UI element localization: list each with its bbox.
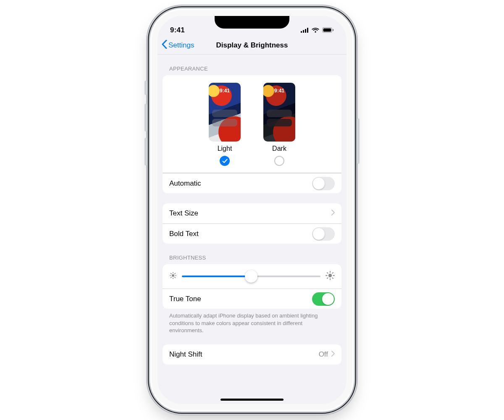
back-label: Settings bbox=[168, 41, 194, 50]
bold-text-row: Bold Text bbox=[163, 223, 341, 244]
phone-frame: 9:41 Settings Display & Br bbox=[152, 10, 352, 410]
svg-rect-2 bbox=[305, 29, 306, 33]
true-tone-label: True Tone bbox=[169, 295, 201, 303]
true-tone-note: Automatically adapt iPhone display based… bbox=[158, 309, 346, 334]
wifi-icon bbox=[312, 27, 319, 34]
svg-rect-0 bbox=[301, 31, 302, 33]
cellular-icon bbox=[301, 27, 309, 34]
text-group: Text Size Bold Text bbox=[163, 203, 341, 244]
svg-rect-3 bbox=[307, 28, 308, 33]
automatic-row: Automatic bbox=[163, 173, 341, 193]
appearance-group: 9:41 Light 9:41 bbox=[163, 75, 341, 193]
sun-max-icon bbox=[326, 271, 335, 282]
text-size-label: Text Size bbox=[169, 209, 198, 218]
light-preview: 9:41 bbox=[209, 83, 241, 142]
appearance-option-light[interactable]: 9:41 Light bbox=[209, 83, 241, 166]
text-size-row[interactable]: Text Size bbox=[163, 203, 341, 223]
automatic-label: Automatic bbox=[169, 179, 201, 188]
section-header-brightness: BRIGHTNESS bbox=[158, 244, 346, 264]
notch bbox=[215, 16, 289, 29]
brightness-group: True Tone bbox=[163, 264, 341, 309]
svg-rect-5 bbox=[323, 29, 331, 32]
volume-down-button[interactable] bbox=[144, 138, 147, 165]
appearance-options: 9:41 Light 9:41 bbox=[163, 75, 341, 173]
content: APPEARANCE 9:41 Light bbox=[158, 55, 346, 404]
sun-min-icon bbox=[169, 272, 177, 281]
light-radio[interactable] bbox=[220, 156, 230, 166]
night-shift-label: Night Shift bbox=[169, 350, 202, 359]
svg-point-7 bbox=[172, 274, 174, 277]
dark-radio[interactable] bbox=[274, 156, 284, 166]
volume-up-button[interactable] bbox=[144, 104, 147, 131]
chevron-right-icon bbox=[331, 209, 335, 218]
mute-switch[interactable] bbox=[144, 81, 147, 95]
section-header-appearance: APPEARANCE bbox=[158, 55, 346, 75]
svg-rect-6 bbox=[333, 29, 333, 31]
brightness-slider-row bbox=[163, 264, 341, 289]
light-label: Light bbox=[218, 145, 232, 152]
automatic-switch[interactable] bbox=[312, 177, 335, 190]
status-time: 9:41 bbox=[170, 26, 185, 34]
dark-preview: 9:41 bbox=[263, 83, 295, 142]
chevron-left-icon bbox=[162, 40, 167, 51]
battery-icon bbox=[322, 27, 334, 34]
screen: 9:41 Settings Display & Br bbox=[158, 16, 346, 404]
bold-text-switch[interactable] bbox=[312, 227, 335, 241]
night-shift-value: Off bbox=[319, 350, 328, 359]
power-button[interactable] bbox=[357, 118, 360, 164]
night-shift-row[interactable]: Night Shift Off bbox=[163, 344, 341, 365]
night-shift-group: Night Shift Off bbox=[163, 344, 341, 365]
home-indicator[interactable] bbox=[220, 399, 284, 401]
true-tone-switch[interactable] bbox=[312, 292, 335, 306]
chevron-right-icon bbox=[331, 350, 335, 359]
appearance-option-dark[interactable]: 9:41 Dark bbox=[263, 83, 295, 166]
svg-point-8 bbox=[328, 273, 332, 277]
bold-text-label: Bold Text bbox=[169, 230, 199, 238]
nav-bar: Settings Display & Brightness bbox=[158, 36, 346, 55]
back-button[interactable]: Settings bbox=[162, 40, 194, 51]
true-tone-row: True Tone bbox=[163, 289, 341, 309]
svg-rect-1 bbox=[303, 30, 304, 33]
dark-label: Dark bbox=[272, 145, 286, 152]
brightness-slider[interactable] bbox=[182, 276, 320, 277]
